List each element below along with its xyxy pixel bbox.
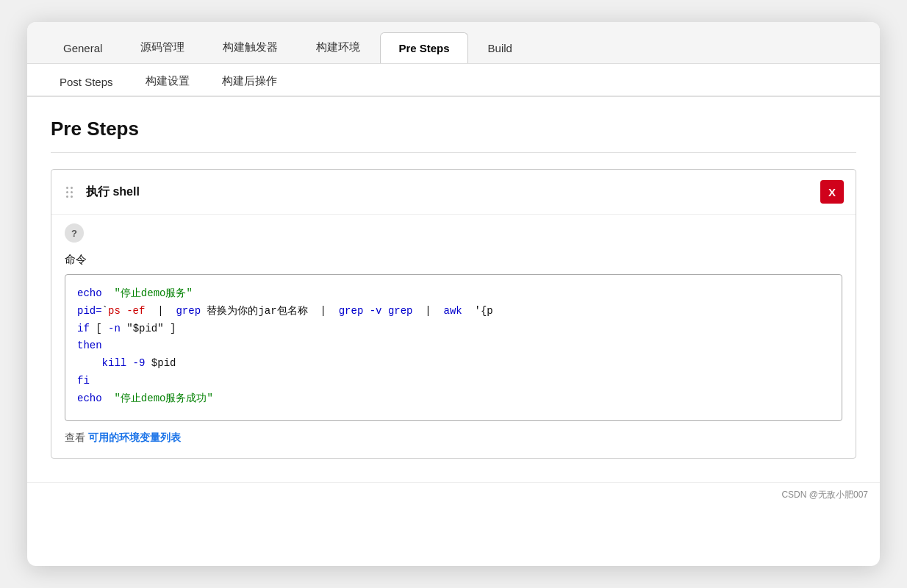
step-card-body: ? 命令 echo "停止demo服务"pid=`ps -ef | grep 替…	[51, 215, 856, 458]
env-link-row: 查看 可用的环境变量列表	[65, 431, 842, 445]
help-icon[interactable]: ?	[65, 223, 84, 243]
tab2-buildsettings[interactable]: 构建设置	[131, 67, 204, 96]
step-title: 执行 shell	[86, 184, 813, 200]
step-card: 执行 shell X ? 命令 echo "停止demo服务"pid=`ps -…	[51, 169, 856, 459]
code-editor[interactable]: echo "停止demo服务"pid=`ps -ef | grep 替换为你的j…	[65, 274, 842, 421]
tabs-row-1: General源码管理构建触发器构建环境Pre StepsBuild	[27, 22, 880, 64]
main-window: General源码管理构建触发器构建环境Pre StepsBuild Post …	[27, 22, 880, 566]
tab2-poststeps[interactable]: Post Steps	[45, 68, 128, 96]
tab-build[interactable]: Build	[470, 32, 531, 63]
delete-button[interactable]: X	[820, 180, 844, 204]
env-text: 查看	[65, 431, 88, 443]
tab-source[interactable]: 源码管理	[122, 31, 203, 63]
watermark: CSDN @无敌小肥007	[27, 482, 880, 507]
tab-presteps[interactable]: Pre Steps	[380, 32, 467, 63]
drag-handle[interactable]	[63, 184, 76, 201]
command-label: 命令	[65, 253, 842, 267]
tab-trigger[interactable]: 构建触发器	[204, 31, 296, 63]
step-card-header: 执行 shell X	[51, 170, 856, 215]
env-link[interactable]: 可用的环境变量列表	[88, 431, 181, 443]
tab2-postbuild[interactable]: 构建后操作	[207, 67, 292, 96]
main-content: Pre Steps 执行 shell X ?	[27, 97, 880, 482]
tabs-row-2: Post Steps构建设置构建后操作	[27, 64, 880, 97]
tab-general[interactable]: General	[45, 32, 121, 63]
page-title: Pre Steps	[51, 118, 856, 153]
tab-env[interactable]: 构建环境	[298, 31, 379, 63]
